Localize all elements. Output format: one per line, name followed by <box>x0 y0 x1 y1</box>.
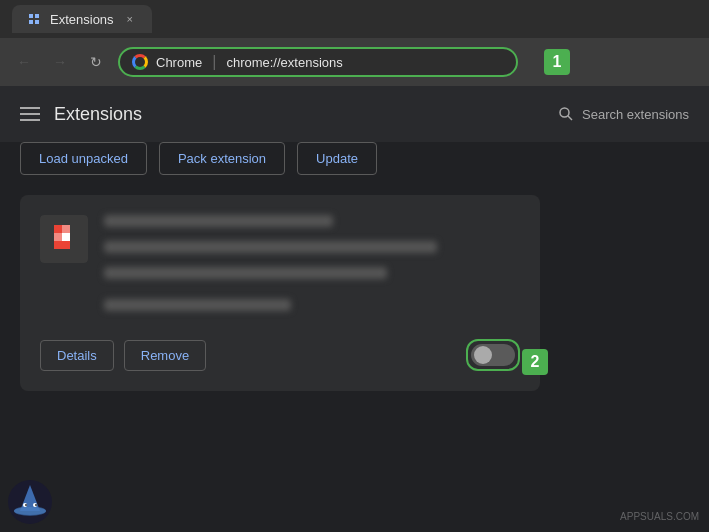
load-unpacked-button[interactable]: Load unpacked <box>20 142 147 175</box>
blurred-desc-line-2 <box>104 267 387 279</box>
chrome-brand-text: Chrome <box>156 55 202 70</box>
badge-1: 1 <box>544 49 570 75</box>
svg-point-4 <box>560 108 569 117</box>
appsuals-logo <box>0 472 60 532</box>
search-icon <box>558 106 574 122</box>
svg-rect-10 <box>62 233 70 241</box>
card-actions: Details Remove <box>40 340 206 371</box>
tab-title: Extensions <box>50 12 114 27</box>
card-top <box>40 215 520 319</box>
svg-rect-8 <box>62 225 70 233</box>
blurred-version-line <box>104 299 291 311</box>
badge-2: 2 <box>522 349 548 375</box>
search-area: Search extensions <box>558 106 689 122</box>
search-placeholder-text: Search extensions <box>582 107 689 122</box>
toggle-wrapper <box>466 339 520 371</box>
extension-card: Details Remove 2 <box>20 195 540 391</box>
remove-button[interactable]: Remove <box>124 340 206 371</box>
svg-rect-11 <box>54 241 62 249</box>
card-bottom: Details Remove 2 <box>40 339 520 371</box>
extensions-page: Extensions Search extensions Load unpack… <box>0 86 709 532</box>
browser-titlebar: Extensions × <box>0 0 709 38</box>
svg-rect-2 <box>29 20 33 24</box>
svg-rect-1 <box>35 14 39 18</box>
svg-point-20 <box>35 504 37 506</box>
extension-info <box>104 215 520 319</box>
svg-point-19 <box>25 504 27 506</box>
svg-rect-9 <box>54 233 62 241</box>
address-divider: | <box>212 53 216 71</box>
svg-rect-3 <box>35 20 39 24</box>
watermark: APPSUALS.COM <box>620 511 699 522</box>
details-button[interactable]: Details <box>40 340 114 371</box>
blurred-info-section <box>104 215 520 319</box>
toggle-knob <box>474 346 492 364</box>
appsuals-logo-icon <box>5 477 55 527</box>
address-url-text: chrome://extensions <box>226 55 342 70</box>
tab-favicon <box>26 11 42 27</box>
toggle-container: 2 <box>466 339 520 371</box>
svg-rect-12 <box>62 241 70 249</box>
toolbar: Load unpacked Pack extension Update <box>0 142 709 195</box>
hamburger-menu-button[interactable] <box>20 107 40 121</box>
pack-extension-button[interactable]: Pack extension <box>159 142 285 175</box>
header-left: Extensions <box>20 104 142 125</box>
back-button[interactable]: ← <box>10 48 38 76</box>
blurred-title-line <box>104 215 333 227</box>
tab-close-button[interactable]: × <box>122 11 138 27</box>
svg-rect-7 <box>54 225 62 233</box>
extension-icon-svg <box>40 215 88 263</box>
extension-toggle[interactable] <box>471 344 515 366</box>
chrome-logo-icon <box>132 54 148 70</box>
page-title: Extensions <box>54 104 142 125</box>
blurred-desc-line-1 <box>104 241 437 253</box>
active-tab[interactable]: Extensions × <box>12 5 152 33</box>
svg-point-16 <box>14 507 46 515</box>
refresh-button[interactable]: ↻ <box>82 48 110 76</box>
forward-button[interactable]: → <box>46 48 74 76</box>
extension-icon <box>40 215 88 263</box>
update-button[interactable]: Update <box>297 142 377 175</box>
svg-rect-0 <box>29 14 33 18</box>
extensions-grid: Details Remove 2 <box>0 195 709 407</box>
navigation-bar: ← → ↻ Chrome | chrome://extensions 1 <box>0 38 709 86</box>
extensions-header: Extensions Search extensions <box>0 86 709 142</box>
svg-line-5 <box>568 116 572 120</box>
address-bar[interactable]: Chrome | chrome://extensions <box>118 47 518 77</box>
